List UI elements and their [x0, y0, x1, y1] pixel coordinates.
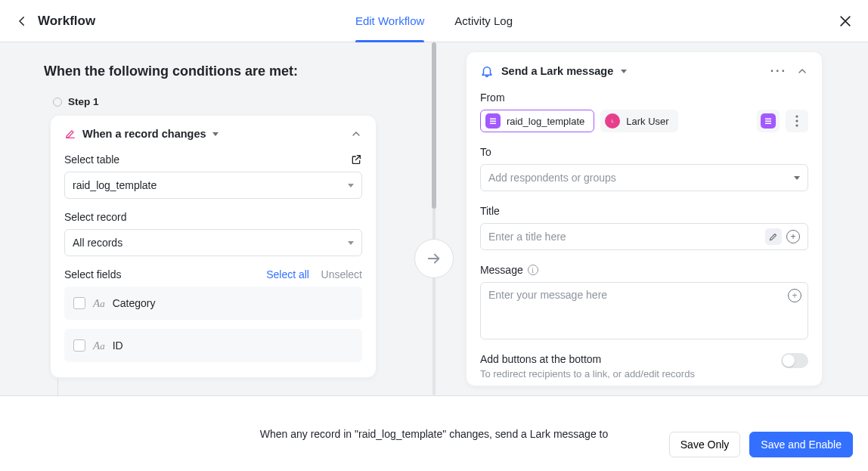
- tab-edit-workflow[interactable]: Edit Workflow: [355, 0, 424, 42]
- action-header[interactable]: Send a Lark message ···: [480, 64, 808, 78]
- svg-rect-1: [490, 121, 496, 122]
- from-chip-primary[interactable]: raid_log_template: [480, 110, 594, 132]
- chevron-down-icon: [794, 176, 800, 180]
- svg-rect-0: [490, 119, 496, 120]
- field-name: ID: [113, 339, 123, 352]
- title-placeholder: Enter a title here: [488, 231, 566, 243]
- table-select-value: raid_log_template: [73, 179, 157, 191]
- style-icon[interactable]: [765, 228, 782, 245]
- record-select-value: All records: [73, 237, 122, 249]
- conditions-column: When the following conditions are met: S…: [0, 42, 429, 395]
- field-row[interactable]: Aa ID: [64, 329, 362, 362]
- step-radio-icon: [53, 98, 62, 107]
- svg-rect-6: [765, 121, 771, 122]
- message-input[interactable]: Enter your message here +: [480, 282, 808, 339]
- save-and-enable-button[interactable]: Save and Enable: [749, 432, 853, 457]
- action-title: Send a Lark message: [501, 65, 613, 77]
- from-label: From: [480, 91, 808, 104]
- title-input[interactable]: Enter a title here +: [480, 223, 808, 250]
- chevron-down-icon: [348, 241, 354, 245]
- add-field-icon[interactable]: +: [788, 289, 801, 302]
- header: Workflow Edit Workflow Activity Log: [0, 0, 868, 42]
- back-icon[interactable]: [15, 14, 29, 28]
- to-input[interactable]: Add respondents or groups: [480, 164, 808, 191]
- svg-point-9: [795, 119, 798, 122]
- trigger-title: When a record changes: [82, 128, 206, 140]
- add-field-icon[interactable]: +: [786, 230, 800, 243]
- action-column: Send a Lark message ··· From raid_log_te…: [439, 42, 868, 395]
- open-external-icon[interactable]: [350, 153, 362, 166]
- chevron-down-icon: [348, 184, 354, 187]
- chip-label: Lark User: [626, 116, 668, 127]
- footer: When any record in "raid_log_template" c…: [0, 395, 868, 471]
- message-label: Message: [480, 264, 523, 276]
- more-icon[interactable]: ···: [770, 64, 787, 78]
- add-buttons-row: Add buttons at the bottom To redirect re…: [480, 353, 808, 380]
- collapse-icon[interactable]: [350, 128, 362, 140]
- select-fields-label: Select fields: [64, 268, 121, 280]
- field-name: Category: [113, 297, 156, 309]
- svg-rect-7: [765, 123, 771, 125]
- add-buttons-title: Add buttons at the bottom: [480, 353, 695, 365]
- table-icon: [761, 113, 776, 129]
- table-select[interactable]: raid_log_template: [64, 172, 362, 199]
- unselect-link[interactable]: Unselect: [321, 268, 362, 280]
- field-row[interactable]: Aa Category: [64, 287, 362, 320]
- collapse-icon[interactable]: [796, 65, 808, 77]
- info-icon[interactable]: i: [528, 265, 538, 275]
- from-chips: raid_log_template L Lark User: [480, 110, 808, 132]
- workflow-summary: When any record in "raid_log_template" c…: [260, 428, 609, 440]
- svg-rect-5: [765, 119, 771, 120]
- bell-icon: [480, 64, 494, 78]
- pencil-icon: [64, 128, 76, 140]
- page-title: Workflow: [38, 14, 95, 29]
- checkbox[interactable]: [73, 297, 85, 309]
- chip-label: raid_log_template: [507, 116, 584, 127]
- svg-rect-2: [490, 123, 496, 125]
- save-only-button[interactable]: Save Only: [669, 432, 741, 457]
- text-field-icon: Aa: [93, 339, 105, 352]
- message-placeholder: Enter your message here: [488, 289, 607, 301]
- from-add-table[interactable]: [757, 110, 780, 132]
- title-label: Title: [480, 205, 808, 217]
- avatar-icon: L: [605, 113, 620, 129]
- svg-point-8: [795, 115, 798, 117]
- from-chip-user[interactable]: L Lark User: [600, 110, 677, 132]
- text-field-icon: Aa: [93, 297, 105, 310]
- action-card: Send a Lark message ··· From raid_log_te…: [466, 51, 823, 386]
- add-buttons-toggle[interactable]: [781, 353, 808, 368]
- step-label: Step 1: [53, 96, 402, 107]
- scroll-thumb[interactable]: [432, 42, 436, 209]
- record-select[interactable]: All records: [64, 229, 362, 256]
- select-record-label: Select record: [64, 211, 126, 223]
- trigger-card: When a record changes Select table raid_…: [50, 115, 377, 378]
- select-table-label: Select table: [64, 153, 119, 166]
- body: When the following conditions are met: S…: [0, 42, 868, 395]
- select-all-link[interactable]: Select all: [266, 268, 309, 280]
- svg-text:L: L: [612, 119, 614, 123]
- tab-activity-log[interactable]: Activity Log: [454, 0, 513, 42]
- to-label: To: [480, 146, 808, 158]
- close-icon[interactable]: [838, 14, 853, 29]
- trigger-header[interactable]: When a record changes: [64, 128, 362, 140]
- pane-divider[interactable]: [429, 42, 439, 395]
- to-placeholder: Add respondents or groups: [488, 172, 616, 184]
- action-dropdown-icon: [621, 70, 627, 73]
- svg-point-10: [795, 124, 798, 126]
- checkbox[interactable]: [73, 339, 85, 352]
- conditions-title: When the following conditions are met:: [44, 64, 402, 79]
- add-buttons-subtitle: To redirect recipients to a link, or add…: [480, 368, 695, 380]
- step-label-text: Step 1: [68, 96, 99, 107]
- tabs: Edit Workflow Activity Log: [355, 0, 513, 42]
- trigger-dropdown-icon: [212, 132, 219, 136]
- from-more[interactable]: [786, 110, 808, 132]
- table-icon: [485, 113, 501, 129]
